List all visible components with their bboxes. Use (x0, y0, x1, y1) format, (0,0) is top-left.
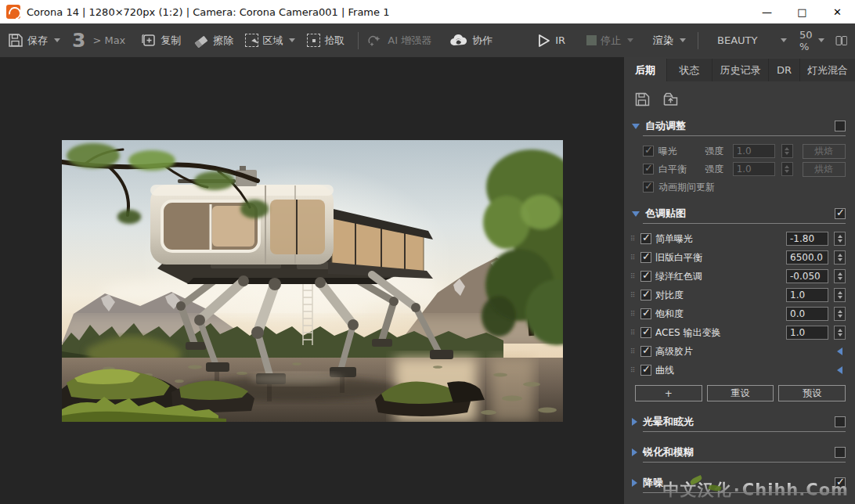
tonemap-row-legacy-whitebalance: ⠿ 旧版白平衡 (630, 248, 846, 267)
render-button[interactable]: 渲染 (653, 34, 686, 48)
save-config-icon[interactable] (634, 92, 651, 107)
version-number: 3 (72, 29, 85, 52)
row-checkbox[interactable] (640, 327, 651, 338)
row-checkbox[interactable] (640, 233, 651, 244)
spinner[interactable] (834, 269, 846, 283)
contrast-input[interactable] (786, 288, 828, 302)
version-indicator: 3 > Max (72, 29, 125, 52)
drag-handle-icon[interactable]: ⠿ (630, 329, 637, 337)
spinner (781, 162, 793, 176)
version-host: > Max (92, 34, 125, 46)
split-view-icon[interactable] (835, 31, 848, 50)
zoom-select[interactable]: 50 % (799, 29, 824, 52)
duplicate-label: 复制 (161, 34, 181, 48)
interactive-render-button[interactable]: IR (537, 33, 565, 49)
render-viewport[interactable] (0, 57, 624, 504)
sharpen-blur-checkbox[interactable] (835, 447, 846, 458)
row-checkbox[interactable] (640, 365, 651, 376)
tonemap-row-saturation: ⠿ 饱和度 (630, 304, 846, 323)
save-dropdown-icon[interactable] (54, 38, 60, 42)
stop-icon (586, 35, 597, 45)
maximize-button[interactable]: □ (785, 0, 820, 23)
legacy-whitebalance-input[interactable] (786, 250, 828, 265)
collapse-arrow-icon[interactable] (632, 211, 640, 217)
region-button[interactable]: 区域 (245, 34, 295, 48)
exposure-strength-input (733, 144, 775, 158)
drag-handle-icon[interactable]: ⠿ (630, 291, 637, 299)
section-title: 自动调整 (645, 119, 829, 133)
watermark: 中文汉化 · Chihh.Com (663, 479, 849, 501)
duplicate-button[interactable]: 复制 (141, 33, 181, 48)
stop-label: 停止 (601, 34, 621, 48)
channel-select[interactable]: BEAUTY (717, 34, 787, 46)
spinner[interactable] (834, 288, 846, 302)
save-button[interactable]: 保存 (8, 33, 60, 48)
spinner[interactable] (834, 232, 846, 246)
zoom-value: 50 % (799, 29, 813, 52)
section-sharpen-blur: 锐化和模糊 (632, 445, 846, 463)
section-title: 光晕和眩光 (643, 415, 829, 429)
bloom-glare-checkbox[interactable] (835, 416, 846, 427)
duplicate-icon (141, 33, 157, 48)
auto-adjust-checkbox[interactable] (835, 121, 846, 131)
row-checkbox[interactable] (640, 271, 651, 282)
presets-button[interactable]: 预设 (778, 385, 846, 401)
close-button[interactable]: ✕ (820, 0, 855, 23)
row-checkbox[interactable] (640, 346, 651, 357)
pick-icon (307, 34, 320, 47)
green-magenta-tint-input[interactable] (786, 269, 828, 283)
channel-dropdown-icon[interactable] (781, 38, 787, 42)
tone-mapping-checkbox[interactable] (835, 208, 846, 219)
save-label: 保存 (27, 34, 48, 48)
load-config-icon[interactable] (662, 92, 680, 107)
drag-handle-icon[interactable]: ⠿ (630, 272, 637, 280)
expand-arrow-icon[interactable] (632, 479, 637, 487)
drag-handle-icon[interactable]: ⠿ (630, 366, 637, 374)
drag-handle-icon[interactable]: ⠿ (630, 235, 637, 243)
aces-output-input[interactable] (786, 326, 828, 340)
expand-arrow-icon[interactable] (632, 418, 637, 426)
tab-post[interactable]: 后期 (624, 59, 667, 81)
saturation-input[interactable] (786, 307, 828, 321)
zoom-dropdown-icon[interactable] (818, 38, 824, 42)
section-title: 色调贴图 (645, 207, 829, 221)
drag-handle-icon[interactable]: ⠿ (630, 310, 637, 318)
render-label: 渲染 (653, 34, 673, 48)
tab-history[interactable]: 历史记录 (712, 59, 769, 81)
drag-handle-icon[interactable]: ⠿ (630, 347, 637, 355)
tab-stats[interactable]: 状态 (667, 59, 712, 81)
add-operator-button[interactable]: + (635, 385, 702, 401)
auto-exposure-row: 曝光 强度 烘焙 (643, 142, 846, 160)
pick-button[interactable]: 拾取 (307, 34, 345, 48)
reset-button[interactable]: 重设 (707, 385, 774, 401)
drag-handle-icon[interactable]: ⠿ (630, 254, 637, 261)
collapse-arrow-icon[interactable] (632, 124, 640, 129)
play-icon (537, 33, 551, 49)
expand-left-icon[interactable] (837, 366, 842, 374)
ai-enhancer-button: AI 增强器 (366, 33, 431, 49)
expand-left-icon[interactable] (837, 347, 842, 355)
row-checkbox[interactable] (640, 252, 651, 263)
expand-arrow-icon[interactable] (632, 448, 637, 456)
tonemap-row-aces-output: ⠿ ACES 输出变换 (630, 323, 846, 342)
tonemap-row-curves: ⠿ 曲线 (630, 361, 846, 380)
window-title: Corona 14 | 1280×720px (1:2) | Camera: C… (27, 6, 749, 18)
rendered-frame-image (62, 140, 563, 422)
render-dropdown-icon[interactable] (680, 38, 686, 42)
erase-button[interactable]: 擦除 (193, 33, 233, 48)
minimize-button[interactable]: — (749, 0, 785, 23)
tab-dr[interactable]: DR (769, 59, 800, 81)
tonemap-row-simple-exposure: ⠿ 简单曝光 (630, 229, 846, 248)
post-panel: 后期 状态 历史记录 DR 灯光混合 自动调整 (624, 57, 855, 504)
spinner[interactable] (834, 307, 846, 321)
row-checkbox[interactable] (640, 308, 651, 319)
spinner[interactable] (834, 326, 846, 340)
spinner[interactable] (834, 250, 846, 265)
region-dropdown-icon[interactable] (289, 38, 295, 42)
row-checkbox[interactable] (640, 290, 651, 301)
stop-dropdown-icon (627, 38, 633, 42)
collaborate-button[interactable]: 协作 (449, 33, 492, 49)
spinner (781, 144, 793, 158)
simple-exposure-input[interactable] (786, 232, 828, 246)
tab-lightmix[interactable]: 灯光混合 (800, 59, 855, 81)
